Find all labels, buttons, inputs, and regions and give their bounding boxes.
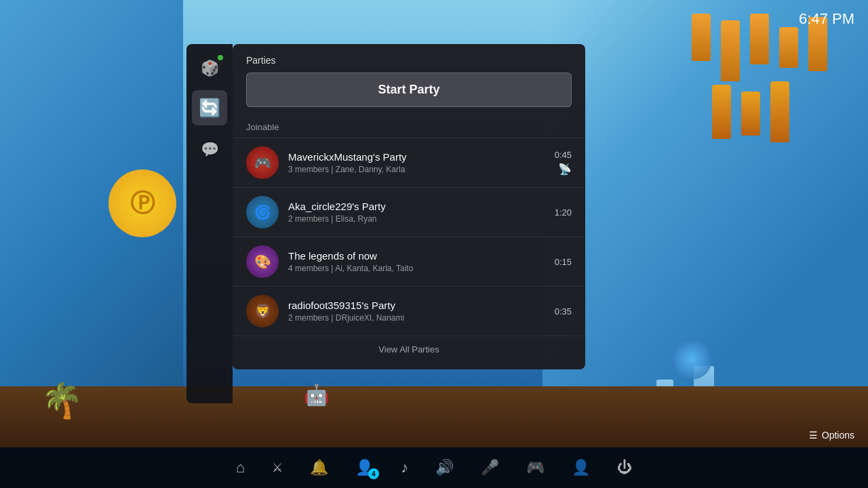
avatar-image-1: 🎮 xyxy=(254,155,271,171)
avatar-image-3: 🎨 xyxy=(254,253,271,270)
ps-coin: Ⓟ xyxy=(108,169,176,237)
taskbar: ⌂ ⚔ 🔔 👤 4 ♪ 🔊 🎤 🎮 👤 ⏻ xyxy=(0,447,868,488)
taskbar-mic[interactable]: 🎤 xyxy=(481,459,499,476)
parties-icon: 🎲 xyxy=(201,60,219,77)
avatar-image-4: 🦁 xyxy=(254,303,271,319)
party-meta: 0:35 xyxy=(555,306,572,317)
party-time: 0:45 xyxy=(555,150,572,160)
bush: 🌴 xyxy=(41,381,83,420)
controller-icon: 🎮 xyxy=(526,459,545,476)
bell-icon: 🔔 xyxy=(310,459,328,476)
sidebar-item-voice[interactable]: 🔄 xyxy=(192,90,227,125)
options-button[interactable]: ☰ Options xyxy=(809,430,854,441)
mic-icon: 🎤 xyxy=(481,459,499,476)
party-name: The legends of now xyxy=(288,250,545,262)
account-icon: 👤 xyxy=(572,459,590,476)
party-time: 0:15 xyxy=(555,257,572,267)
robot-character: 🤖 xyxy=(304,383,329,407)
options-label: Options xyxy=(822,430,854,441)
music-icon: ♪ xyxy=(401,459,408,476)
party-info: radiofoot359315's Party 2 members | DRju… xyxy=(288,300,545,323)
clock: 6:47 PM xyxy=(799,10,854,28)
party-members: 3 members | Zane, Danny, Karla xyxy=(288,165,545,174)
avatar: 🌀 xyxy=(246,196,279,228)
party-meta: 0:45 📡 xyxy=(555,150,572,176)
party-name: radiofoot359315's Party xyxy=(288,300,545,311)
party-name: Aka_circle229's Party xyxy=(288,201,545,212)
party-meta: 1:20 xyxy=(555,207,572,218)
taskbar-friends[interactable]: ⚔ xyxy=(272,460,283,475)
party-members: 2 members | DRjuiceXI, Nanami xyxy=(288,313,545,323)
view-all-button[interactable]: View All Parties xyxy=(233,336,585,363)
avatar: 🎮 xyxy=(246,146,279,179)
taskbar-volume[interactable]: 🔊 xyxy=(435,459,454,476)
taskbar-home[interactable]: ⌂ xyxy=(236,459,245,476)
party-info: The legends of now 4 members | Ai, Kanta… xyxy=(288,250,545,273)
list-item[interactable]: 🦁 radiofoot359315's Party 2 members | DR… xyxy=(233,286,585,336)
online-dot xyxy=(218,55,223,60)
voice-icon: 🔄 xyxy=(199,98,220,119)
party-name: MaverickxMustang's Party xyxy=(288,151,545,163)
volume-icon: 🔊 xyxy=(435,459,454,476)
party-members: 2 members | Elisa, Ryan xyxy=(288,214,545,224)
party-badge: 4 xyxy=(368,468,379,479)
home-icon: ⌂ xyxy=(236,459,245,476)
sidebar-item-chat[interactable]: 💬 xyxy=(192,132,227,167)
sidebar: 🎲 🔄 💬 xyxy=(186,44,233,403)
parties-panel: Parties Start Party Joinable 🎮 Maverickx… xyxy=(233,44,585,369)
joinable-section-label: Joinable xyxy=(233,118,585,138)
party-time: 0:35 xyxy=(555,306,572,317)
list-item[interactable]: 🎨 The legends of now 4 members | Ai, Kan… xyxy=(233,237,585,286)
party-time: 1:20 xyxy=(555,207,572,218)
sidebar-item-parties[interactable]: 🎲 xyxy=(192,51,227,86)
party-list: 🎮 MaverickxMustang's Party 3 members | Z… xyxy=(233,138,585,336)
chat-icon: 💬 xyxy=(201,141,219,159)
power-icon: ⏻ xyxy=(617,459,632,476)
avatar: 🦁 xyxy=(246,295,279,327)
friends-icon: ⚔ xyxy=(272,460,283,475)
list-item[interactable]: 🌀 Aka_circle229's Party 2 members | Elis… xyxy=(233,187,585,237)
taskbar-notifications[interactable]: 🔔 xyxy=(310,459,328,476)
start-party-button[interactable]: Start Party xyxy=(246,73,572,107)
blue-orb xyxy=(671,339,712,380)
party-members: 4 members | Ai, Kanta, Karla, Taito xyxy=(288,264,545,273)
party-info: MaverickxMustang's Party 3 members | Zan… xyxy=(288,151,545,174)
options-icon: ☰ xyxy=(809,430,818,441)
list-item[interactable]: 🎮 MaverickxMustang's Party 3 members | Z… xyxy=(233,138,585,187)
lantern-group xyxy=(678,14,827,142)
floor xyxy=(0,386,868,447)
taskbar-controller[interactable]: 🎮 xyxy=(526,459,545,476)
party-info: Aka_circle229's Party 2 members | Elisa,… xyxy=(288,201,545,224)
party-meta: 0:15 xyxy=(555,257,572,267)
avatar-image-2: 🌀 xyxy=(254,204,271,220)
panel-title: Parties xyxy=(233,44,585,73)
taskbar-account[interactable]: 👤 xyxy=(572,459,590,476)
taskbar-parties[interactable]: 👤 4 xyxy=(355,459,374,476)
live-indicator: 📡 xyxy=(558,163,572,176)
avatar: 🎨 xyxy=(246,245,279,278)
taskbar-music[interactable]: ♪ xyxy=(401,459,408,476)
taskbar-power[interactable]: ⏻ xyxy=(617,459,632,476)
